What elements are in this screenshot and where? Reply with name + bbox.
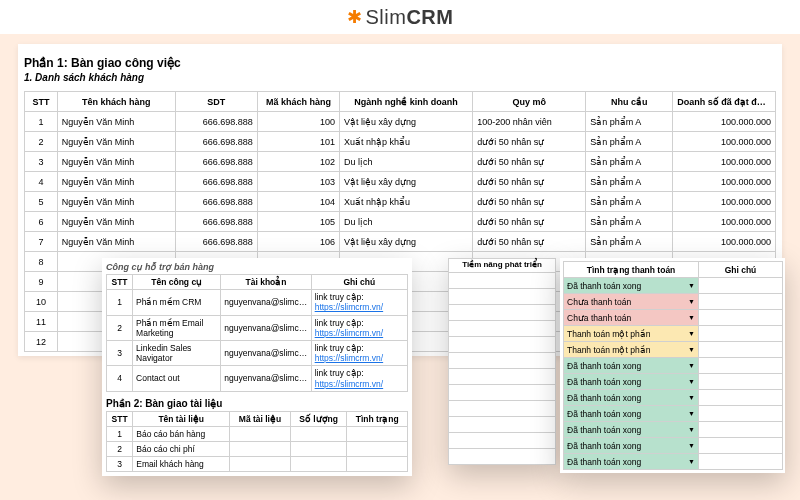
cell-phone: 666.698.888 [175,112,257,132]
cell-tool: Contact out [133,366,221,391]
cell-name: Nguyễn Văn Minh [57,112,175,132]
cell-status[interactable]: Thanh toán một phần▼ [564,342,699,358]
table-row: Thanh toán một phần▼ [564,326,783,342]
cell-name: Nguyễn Văn Minh [57,132,175,152]
status-badge[interactable]: Chưa thanh toán▼ [564,310,698,325]
tools-table: STTTên công cụTài khoảnGhi chú 1Phần mềm… [106,274,408,392]
link[interactable]: https://slimcrm.vn/ [315,302,383,312]
cell-note [699,438,783,454]
slice-cell [448,401,556,417]
cell-industry: Du lịch [339,152,472,172]
section-2-title: Phần 2: Bàn giao tài liệu [106,398,408,409]
cell-note [699,326,783,342]
status-badge[interactable]: Đã thanh toán xong▼ [564,390,698,405]
table-row: Chưa thanh toán▼ [564,310,783,326]
brand-name: SlimCRM [366,6,454,29]
cell-scale: dưới 50 nhân sự [473,192,586,212]
status-badge[interactable]: Thanh toán một phần▼ [564,342,698,357]
status-badge[interactable]: Đã thanh toán xong▼ [564,278,698,293]
cell-account: nguyenvana@slimcrm.vn [221,340,311,365]
slice-cell [448,353,556,369]
cell-name: Nguyễn Văn Minh [57,152,175,172]
cell-stt: 2 [107,442,133,457]
cell-status[interactable]: Chưa thanh toán▼ [564,294,699,310]
cell-note [699,406,783,422]
tools-header-row: STTTên công cụTài khoảnGhi chú [107,275,408,290]
cell-stt: 8 [25,252,58,272]
cell-status[interactable]: Đã thanh toán xong▼ [564,358,699,374]
status-badge[interactable]: Đã thanh toán xong▼ [564,438,698,453]
status-badge[interactable]: Đã thanh toán xong▼ [564,358,698,373]
cell-name: Nguyễn Văn Minh [57,172,175,192]
cell-industry: Xuất nhập khẩu [339,192,472,212]
table-row: 4Nguyễn Văn Minh666.698.888103Vật liệu x… [25,172,776,192]
slice-cell [448,417,556,433]
gear-icon: ✱ [347,6,362,28]
cell-industry: Vật liệu xây dựng [339,112,472,132]
chevron-down-icon: ▼ [688,362,695,369]
table-row: Thanh toán một phần▼ [564,342,783,358]
cell [290,457,347,472]
cell-need: Sản phẩm A [586,232,673,252]
cell-stt: 9 [25,272,58,292]
slice-cell [448,385,556,401]
col-header: Ngành nghề kinh doanh [339,92,472,112]
slice-cell [448,433,556,449]
table-row: 6Nguyễn Văn Minh666.698.888105Du lịchdướ… [25,212,776,232]
link[interactable]: https://slimcrm.vn/ [315,379,383,389]
chevron-down-icon: ▼ [688,426,695,433]
slice-cell [448,305,556,321]
col-header: Mã khách hàng [257,92,339,112]
cell-account: nguyenvana@slimcrm.vn [221,366,311,391]
cell-status[interactable]: Đã thanh toán xong▼ [564,406,699,422]
cell-need: Sản phẩm A [586,132,673,152]
chevron-down-icon: ▼ [688,394,695,401]
cell-phone: 666.698.888 [175,192,257,212]
status-badge[interactable]: Đã thanh toán xong▼ [564,374,698,389]
chevron-down-icon: ▼ [688,458,695,465]
chevron-down-icon: ▼ [688,282,695,289]
link[interactable]: https://slimcrm.vn/ [315,353,383,363]
cell-status[interactable]: Đã thanh toán xong▼ [564,422,699,438]
col-header: Tình trạng [347,411,408,426]
cell-stt: 4 [107,366,133,391]
status-badge[interactable]: Đã thanh toán xong▼ [564,406,698,421]
section-1-subtitle: 1. Danh sách khách hàng [24,72,776,83]
cell-scale: dưới 50 nhân sự [473,132,586,152]
cell-revenue: 100.000.000 [673,212,776,232]
potential-header: Tiềm năng phát triển [448,258,556,273]
cell-tool: Phần mềm Email Marketing [133,315,221,340]
slice-cell [448,273,556,289]
chevron-down-icon: ▼ [688,298,695,305]
col-header: Ghi chú [311,275,407,290]
cell-status[interactable]: Đã thanh toán xong▼ [564,374,699,390]
cell-stt: 2 [107,315,133,340]
payment-status-table: Tình trạng thanh toánGhi chú Đã thanh to… [563,261,783,470]
slice-cell [448,369,556,385]
cell-code: 104 [257,192,339,212]
cell-status[interactable]: Đã thanh toán xong▼ [564,278,699,294]
cell [347,426,408,441]
col-header: Tên tài liệu [133,411,230,426]
status-badge[interactable]: Thanh toán một phần▼ [564,326,698,341]
link[interactable]: https://slimcrm.vn/ [315,328,383,338]
cell-name: Nguyễn Văn Minh [57,232,175,252]
cell-revenue: 100.000.000 [673,152,776,172]
table-row: Đã thanh toán xong▼ [564,278,783,294]
table-row: Đã thanh toán xong▼ [564,438,783,454]
slice-cell [448,449,556,465]
cell-stt: 12 [25,332,58,352]
status-badge[interactable]: Chưa thanh toán▼ [564,294,698,309]
status-badge[interactable]: Đã thanh toán xong▼ [564,422,698,437]
cell-phone: 666.698.888 [175,232,257,252]
slice-cell [448,289,556,305]
cell-status[interactable]: Đã thanh toán xong▼ [564,454,699,470]
cell-status[interactable]: Thanh toán một phần▼ [564,326,699,342]
cell-status[interactable]: Đã thanh toán xong▼ [564,438,699,454]
cell-status[interactable]: Chưa thanh toán▼ [564,310,699,326]
cell-stt: 3 [25,152,58,172]
status-badge[interactable]: Đã thanh toán xong▼ [564,454,698,469]
table-row: 2Nguyễn Văn Minh666.698.888101Xuất nhập … [25,132,776,152]
cell-status[interactable]: Đã thanh toán xong▼ [564,390,699,406]
table-row: 1Nguyễn Văn Minh666.698.888100Vật liệu x… [25,112,776,132]
